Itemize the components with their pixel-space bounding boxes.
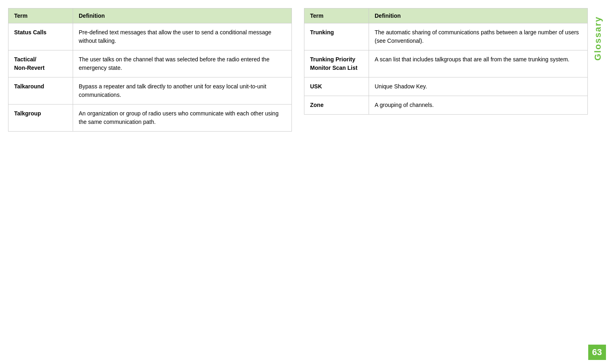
table-row: Trunking Priority Monitor Scan ListA sca… (304, 50, 588, 77)
term-cell: Trunking Priority Monitor Scan List (304, 50, 369, 77)
tables-container: Term Definition Status CallsPre-defined … (8, 8, 588, 356)
term-cell: Talkaround (8, 77, 73, 105)
term-cell: Talkgroup (8, 105, 73, 132)
definition-cell: Unique Shadow Key. (369, 77, 588, 96)
left-table-header-row: Term Definition (8, 8, 292, 23)
definition-cell: An organization or group of radio users … (73, 105, 292, 132)
definition-cell: A scan list that includes talkgroups tha… (369, 50, 588, 77)
right-header-term: Term (304, 8, 369, 23)
table-row: TalkgroupAn organization or group of rad… (8, 105, 292, 132)
definition-cell: The automatic sharing of communications … (369, 23, 588, 50)
term-cell: Trunking (304, 23, 369, 50)
term-cell: Zone (304, 96, 369, 115)
right-table-section: Term Definition TrunkingThe automatic sh… (304, 8, 588, 356)
sidebar: Glossary 63 (588, 0, 608, 364)
left-glossary-table: Term Definition Status CallsPre-defined … (8, 8, 292, 132)
term-cell: Tactical/Non-Revert (8, 50, 73, 77)
page-number-container: 63 (588, 345, 606, 360)
definition-cell: The user talks on the channel that was s… (73, 50, 292, 77)
table-row: ZoneA grouping of channels. (304, 96, 588, 115)
page-number: 63 (588, 345, 606, 360)
term-cell: USK (304, 77, 369, 96)
term-cell: Status Calls (8, 23, 73, 50)
left-table-section: Term Definition Status CallsPre-defined … (8, 8, 292, 356)
sidebar-glossary-label: Glossary (593, 16, 603, 61)
definition-cell: Pre-defined text messages that allow the… (73, 23, 292, 50)
table-row: TalkaroundBypass a repeater and talk dir… (8, 77, 292, 105)
table-row: TrunkingThe automatic sharing of communi… (304, 23, 588, 50)
right-header-definition: Definition (369, 8, 588, 23)
main-content: Term Definition Status CallsPre-defined … (0, 0, 588, 364)
table-row: Status CallsPre-defined text messages th… (8, 23, 292, 50)
definition-cell: A grouping of channels. (369, 96, 588, 115)
definition-cell: Bypass a repeater and talk directly to a… (73, 77, 292, 105)
right-table-header-row: Term Definition (304, 8, 588, 23)
table-row: USKUnique Shadow Key. (304, 77, 588, 96)
right-glossary-table: Term Definition TrunkingThe automatic sh… (304, 8, 588, 115)
table-row: Tactical/Non-RevertThe user talks on the… (8, 50, 292, 77)
left-header-definition: Definition (73, 8, 292, 23)
left-header-term: Term (8, 8, 73, 23)
